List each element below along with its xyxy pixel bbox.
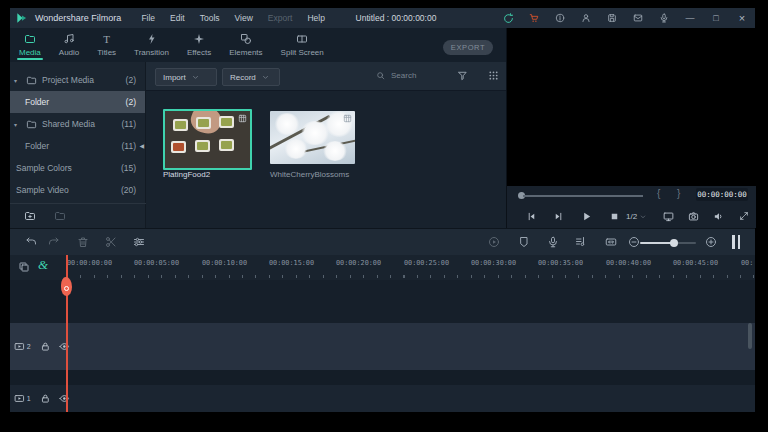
mark-in-icon[interactable]: { <box>657 188 660 199</box>
import-dropdown[interactable]: Import <box>155 68 217 86</box>
previous-frame-icon[interactable] <box>526 211 537 222</box>
mark-out-icon[interactable]: } <box>677 188 680 199</box>
pause-bars-icon[interactable] <box>732 235 741 249</box>
sidebar-item-folder-project[interactable]: Folder (2) <box>10 91 145 113</box>
sidebar-item-sample-video[interactable]: Sample Video (20) <box>10 179 145 201</box>
video-track-icon <box>14 341 25 352</box>
seek-track[interactable] <box>523 195 643 197</box>
timeline-zoom-slider[interactable] <box>640 242 696 244</box>
voiceover-mic-icon[interactable] <box>547 236 559 248</box>
search-input[interactable] <box>389 70 451 81</box>
manage-tracks-icon[interactable] <box>18 261 30 273</box>
media-panel: Import Record PlatingFood2 <box>146 62 506 228</box>
sync-refresh-icon[interactable] <box>495 13 521 24</box>
seek-bar-row: { } 00:00:00:00 <box>507 186 756 205</box>
timeline-ruler[interactable]: & 00:00:00:00 00:00:05:00 00:00:10:00 00… <box>10 255 755 281</box>
timeline-vertical-scrollbar[interactable] <box>748 323 752 349</box>
expand-triangle-icon[interactable]: ▾ <box>14 121 21 128</box>
minimize-button[interactable]: — <box>677 13 703 23</box>
save-icon[interactable] <box>599 13 625 23</box>
lock-icon[interactable] <box>40 341 51 352</box>
zoom-in-icon[interactable] <box>705 236 717 248</box>
current-timecode: 00:00:00:00 <box>696 188 748 201</box>
menu-edit[interactable]: Edit <box>170 13 185 23</box>
close-button[interactable]: × <box>729 12 755 24</box>
microphone-icon[interactable] <box>651 13 677 23</box>
expand-triangle-icon[interactable]: ▾ <box>14 77 21 84</box>
add-folder-icon[interactable] <box>24 210 36 222</box>
timeline-track[interactable]: 2 <box>10 323 755 370</box>
item-count: (11) <box>122 119 137 129</box>
redo-icon[interactable] <box>48 236 60 248</box>
timeline-empty-area[interactable] <box>10 280 755 323</box>
video-viewport[interactable] <box>507 28 756 186</box>
maximize-button[interactable]: □ <box>703 13 729 23</box>
fullscreen-icon[interactable] <box>739 211 749 221</box>
adjust-sliders-icon[interactable] <box>133 236 145 248</box>
tab-effects[interactable]: Effects <box>178 28 220 62</box>
tab-transition[interactable]: Transition <box>125 28 178 62</box>
account-icon[interactable] <box>573 13 599 23</box>
menu-export[interactable]: Export <box>268 13 293 23</box>
tab-titles[interactable]: T Titles <box>88 28 125 62</box>
grid-view-icon[interactable] <box>488 70 499 81</box>
item-count: (15) <box>121 163 136 173</box>
playback-speed-dropdown[interactable]: 1/2 <box>626 212 646 221</box>
record-dropdown[interactable]: Record <box>222 68 280 86</box>
remove-folder-icon[interactable] <box>54 210 66 222</box>
tab-split-screen[interactable]: Split Screen <box>272 28 333 62</box>
tab-audio[interactable]: Audio <box>50 28 88 62</box>
video-track-icon <box>14 393 25 404</box>
snapshot-camera-icon[interactable] <box>688 211 699 222</box>
search-icon <box>376 71 385 80</box>
elements-shapes-icon <box>240 33 252 45</box>
marker-icon[interactable] <box>518 236 530 248</box>
media-item-platingfood2[interactable] <box>163 109 252 170</box>
next-frame-icon[interactable] <box>553 211 564 222</box>
audio-mixer-icon[interactable] <box>575 236 587 248</box>
zoom-to-fit-icon[interactable] <box>605 236 617 248</box>
tab-elements[interactable]: Elements <box>220 28 271 62</box>
track-header: 1 <box>10 385 70 412</box>
delete-icon[interactable] <box>77 236 89 248</box>
menu-tools[interactable]: Tools <box>200 13 220 23</box>
ruler-label: 00:00:00:00 <box>67 259 112 267</box>
item-count: (11) <box>122 141 137 151</box>
timeline-zoom-handle[interactable] <box>670 239 678 247</box>
timeline-track[interactable]: 1 <box>10 385 755 412</box>
zoom-out-icon[interactable] <box>628 236 640 248</box>
ruler-label: 00:00:35:00 <box>538 259 583 267</box>
speaker-icon[interactable] <box>713 211 724 222</box>
eye-icon[interactable] <box>59 393 70 404</box>
sidebar-item-shared-media[interactable]: ▾ Shared Media (11) <box>10 113 145 135</box>
media-toolbar: Import Record <box>146 62 506 91</box>
lock-icon[interactable] <box>40 393 51 404</box>
eye-icon[interactable] <box>59 341 70 352</box>
sidebar-item-project-media[interactable]: ▾ Project Media (2) <box>10 69 145 91</box>
playhead-handle[interactable] <box>61 277 72 296</box>
sidebar-item-sample-colors[interactable]: Sample Colors (15) <box>10 157 145 179</box>
collapse-sidebar-icon[interactable]: ◀ <box>139 142 144 149</box>
display-device-icon[interactable] <box>663 211 674 222</box>
filter-funnel-icon[interactable] <box>457 70 468 81</box>
menu-file[interactable]: File <box>141 13 155 23</box>
menu-view[interactable]: View <box>235 13 253 23</box>
clip-badge-icon <box>343 114 352 123</box>
effects-star-icon <box>193 33 205 45</box>
cart-icon[interactable] <box>521 13 547 23</box>
info-icon[interactable] <box>547 13 573 23</box>
render-preview-icon[interactable] <box>488 236 500 248</box>
undo-icon[interactable] <box>25 236 37 248</box>
mail-icon[interactable] <box>625 13 651 23</box>
search-box[interactable] <box>376 67 454 84</box>
tab-media[interactable]: Media <box>10 28 50 62</box>
menu-help[interactable]: Help <box>307 13 324 23</box>
media-item-name: WhiteCherryBlossoms <box>270 170 349 179</box>
auto-ripple-icon[interactable]: & <box>38 257 48 273</box>
export-button[interactable]: EXPORT <box>443 40 493 55</box>
play-icon[interactable] <box>581 211 592 222</box>
media-item-whitecherryblossoms[interactable] <box>270 111 355 164</box>
split-scissors-icon[interactable] <box>105 236 117 248</box>
stop-icon[interactable] <box>609 211 620 222</box>
sidebar-item-folder-shared[interactable]: Folder (11) <box>10 135 145 157</box>
